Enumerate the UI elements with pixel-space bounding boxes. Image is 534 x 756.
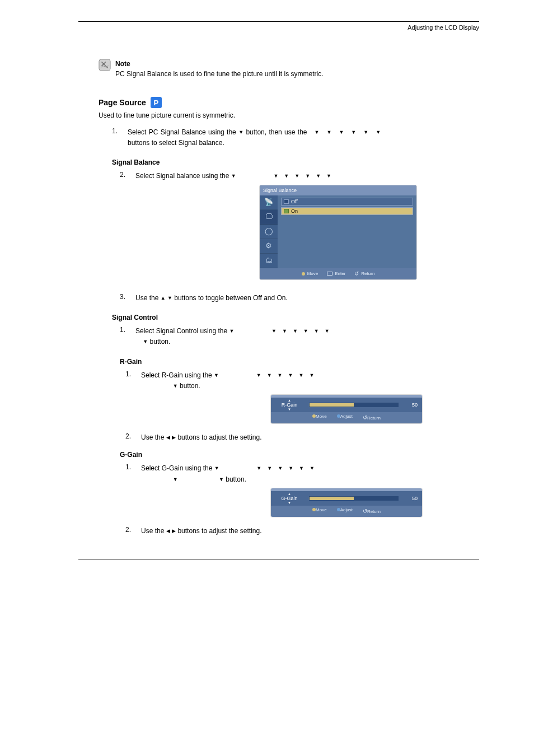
osd-icon-multi: 🗂 xyxy=(260,254,278,268)
chevron-down-icon: ▼ xyxy=(143,339,148,344)
osd-icon-sound: ◯ xyxy=(260,225,278,239)
chevron-right-icon: ▶ xyxy=(172,435,176,440)
osd-icon-setup: ⚙ xyxy=(260,239,278,254)
step-num: 1. xyxy=(120,326,130,347)
chevron-down-icon: ▼ xyxy=(173,477,178,482)
chevron-down-icon: ▼ xyxy=(288,407,291,413)
heading-text: Page Source xyxy=(99,98,146,107)
chevron-down-icon: ▼ xyxy=(284,173,289,179)
chevron-down-icon: ▼ xyxy=(326,129,331,135)
slider-value: 50 xyxy=(404,494,418,502)
return-icon: ↺ xyxy=(363,414,367,421)
slider-fill xyxy=(310,497,354,500)
note-body: PC Signal Balance is used to fine tune t… xyxy=(115,69,324,79)
checkbox-icon xyxy=(284,199,289,204)
slider-fill xyxy=(310,403,354,407)
step-1: 1. Select PC Signal Balance using the ▼ … xyxy=(112,127,479,148)
chevron-down-icon: ▼ xyxy=(256,465,261,471)
step-1-line: Select PC Signal Balance using the ▼ but… xyxy=(128,128,381,136)
osd-option-on[interactable]: On xyxy=(281,207,413,215)
chevron-down-icon: ▼ xyxy=(326,173,331,179)
step-num: 2. xyxy=(120,171,130,283)
note-label: Note xyxy=(115,59,324,69)
g-gain-step1: 1. Select G-Gain using the ▼ ▼ ▼ ▼ ▼ ▼ ▼… xyxy=(125,463,479,520)
chevron-down-icon: ▼ xyxy=(303,328,308,334)
chevron-down-icon: ▼ xyxy=(339,129,344,135)
enter-icon xyxy=(327,272,332,276)
slider-track[interactable] xyxy=(309,403,399,407)
osd-menu: Signal Balance 📡 🖵 ◯ ⚙ 🗂 Off xyxy=(260,185,416,279)
chevron-down-icon: ▼ xyxy=(309,372,314,378)
osd-icon-input: 📡 xyxy=(260,195,278,210)
step-3: 3. Use the ▲ ▼ buttons to toggle between… xyxy=(120,293,479,304)
chevron-down-icon: ▼ xyxy=(288,501,291,506)
chevron-up-icon: ▲ xyxy=(288,492,291,497)
chevron-down-icon: ▼ xyxy=(214,465,219,471)
p-icon: P xyxy=(151,97,162,108)
chevron-down-icon: ▼ xyxy=(288,372,293,378)
checkbox-icon xyxy=(284,209,289,213)
header-rule xyxy=(78,21,479,22)
page-header: Adjusting the LCD Display xyxy=(78,24,479,31)
chevron-down-icon: ▼ xyxy=(173,383,178,389)
move-dot-icon xyxy=(302,272,305,276)
chevron-down-icon: ▼ xyxy=(167,295,172,301)
step-num: 1. xyxy=(112,127,122,148)
chevron-down-icon: ▼ xyxy=(229,328,234,334)
osd-sidebar: 📡 🖵 ◯ ⚙ 🗂 xyxy=(260,195,278,268)
return-icon: ↺ xyxy=(363,508,367,514)
chevron-down-icon: ▼ xyxy=(267,465,272,471)
chevron-down-icon: ▼ xyxy=(351,129,356,135)
chevron-up-icon: ▲ xyxy=(161,295,166,301)
chevron-down-icon: ▼ xyxy=(294,173,299,179)
page-source-heading: Page Source P xyxy=(99,97,479,108)
g-gain-step2: 2. Use the ◀ ▶ buttons to adjust the set… xyxy=(125,526,479,536)
chevron-down-icon: ▼ xyxy=(299,465,304,471)
osd-slider-ggain: ▲ G-Gain ▼ 50 Move Adjust ↺Return xyxy=(271,488,422,517)
step-num: 3. xyxy=(120,293,130,304)
chevron-left-icon: ◀ xyxy=(166,435,170,440)
step-2: 2. Select Signal balance using the ▼ ▼ ▼… xyxy=(120,171,479,283)
slider-track[interactable] xyxy=(309,496,399,501)
r-gain-step2: 2. Use the ◀ ▶ buttons to adjust the set… xyxy=(125,432,479,443)
osd-slider-rgain: ▲ R-Gain ▼ 50 Move Adjust ↺Return xyxy=(271,395,422,423)
signal-control-heading: Signal Control xyxy=(112,314,479,321)
chevron-down-icon: ▼ xyxy=(282,328,287,334)
chevron-down-icon: ▼ xyxy=(305,173,310,179)
chevron-down-icon: ▼ xyxy=(256,372,261,378)
chevron-down-icon: ▼ xyxy=(273,173,278,179)
signal-balance-heading: Signal Balance xyxy=(112,158,479,166)
chevron-down-icon: ▼ xyxy=(293,328,298,334)
osd-option-off[interactable]: Off xyxy=(281,198,413,206)
chevron-down-icon: ▼ xyxy=(298,372,303,378)
chevron-down-icon: ▼ xyxy=(238,129,243,135)
chevron-down-icon: ▼ xyxy=(219,477,224,482)
chevron-down-icon: ▼ xyxy=(267,372,272,378)
chevron-down-icon: ▼ xyxy=(278,372,283,378)
osd-title: Signal Balance xyxy=(260,185,416,195)
chevron-left-icon: ◀ xyxy=(166,528,170,534)
step-num: 2. xyxy=(125,432,135,443)
g-gain-heading: G-Gain xyxy=(120,451,479,459)
chevron-down-icon: ▼ xyxy=(314,328,319,334)
chevron-down-icon: ▼ xyxy=(363,129,368,135)
step-num: 1. xyxy=(125,370,135,427)
slider-value: 50 xyxy=(404,401,418,409)
chevron-down-icon: ▼ xyxy=(310,465,315,471)
page-source-desc: Used to fine tune picture current is sym… xyxy=(99,111,479,119)
step-num: 2. xyxy=(125,526,135,536)
signal-control-step1: 1. Select Signal Control using the ▼ ▼ ▼… xyxy=(120,326,479,347)
note-block: Note PC Signal Balance is used to fine t… xyxy=(99,59,479,79)
footer-rule xyxy=(78,559,479,559)
chevron-down-icon: ▼ xyxy=(231,173,236,179)
chevron-right-icon: ▶ xyxy=(172,528,176,534)
step-num: 1. xyxy=(125,463,135,520)
note-icon xyxy=(99,59,111,71)
chevron-down-icon: ▼ xyxy=(278,465,283,471)
chevron-down-icon: ▼ xyxy=(325,328,330,334)
chevron-down-icon: ▼ xyxy=(376,129,381,135)
chevron-down-icon: ▼ xyxy=(214,372,219,378)
osd-icon-picture: 🖵 xyxy=(260,210,278,225)
chevron-up-icon: ▲ xyxy=(288,398,291,404)
chevron-down-icon: ▼ xyxy=(271,328,277,334)
